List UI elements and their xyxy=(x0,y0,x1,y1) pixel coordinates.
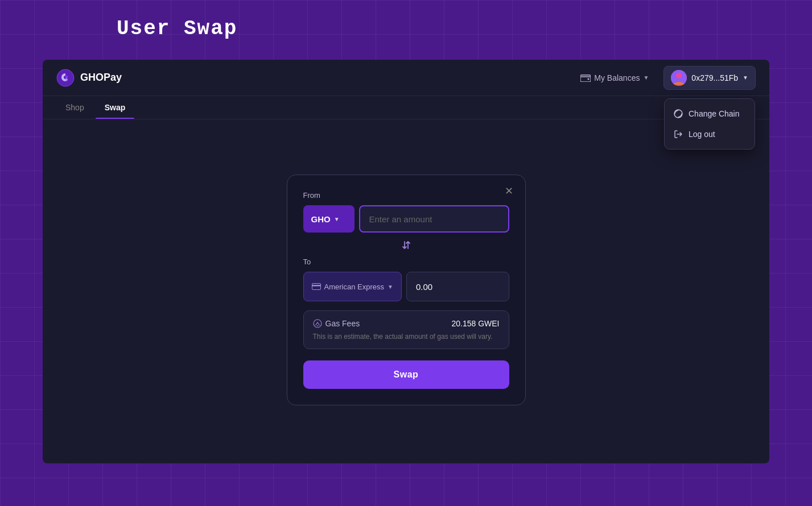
to-amount-value: 0.00 xyxy=(416,282,432,292)
swap-card: ✕ From GHO ▼ xyxy=(287,175,526,405)
from-label: From xyxy=(303,191,509,200)
from-row: GHO ▼ xyxy=(303,205,509,233)
logo-area: GHOPay xyxy=(56,69,122,87)
logout-item[interactable]: Log out xyxy=(665,124,755,144)
swap-button[interactable]: Swap xyxy=(303,360,509,389)
wallet-icon xyxy=(580,74,591,82)
ghopay-logo-icon xyxy=(56,69,75,87)
svg-point-2 xyxy=(588,78,590,80)
nav-tabs: Shop Swap xyxy=(43,96,769,119)
wallet-address-button[interactable]: 0x279...51Fb ▼ Change Chain xyxy=(663,66,756,90)
change-chain-label: Change Chain xyxy=(689,109,740,118)
gas-fees-label: Gas Fees xyxy=(325,319,360,328)
tab-shop[interactable]: Shop xyxy=(56,96,93,119)
svg-rect-6 xyxy=(312,284,320,290)
logo-text: GHOPay xyxy=(80,72,122,84)
token-name: GHO xyxy=(311,214,331,224)
wallet-dropdown-menu: Change Chain Log out xyxy=(664,98,755,150)
svg-point-5 xyxy=(674,110,682,118)
svg-rect-7 xyxy=(312,285,321,287)
token-chevron-icon: ▼ xyxy=(334,216,340,222)
payment-method-label: American Express xyxy=(324,283,384,291)
gas-row: Gas Fees 20.158 GWEI xyxy=(313,319,500,328)
card-icon xyxy=(312,283,321,290)
swap-arrows-icon xyxy=(401,239,412,251)
chain-icon xyxy=(674,109,683,118)
wallet-address-text: 0x279...51Fb xyxy=(691,73,738,82)
svg-point-4 xyxy=(676,73,682,78)
nav-right: My Balances ▼ 0x279...51Fb ▼ xyxy=(575,66,756,90)
svg-rect-1 xyxy=(580,75,591,82)
gas-value: 20.158 GWEI xyxy=(451,319,499,328)
swap-direction-toggle[interactable] xyxy=(303,233,509,258)
page-title: User Swap xyxy=(117,17,237,40)
avatar-image xyxy=(671,70,687,86)
to-label: To xyxy=(303,258,509,266)
token-select-button[interactable]: GHO ▼ xyxy=(303,205,355,233)
to-section: To American Express ▼ 0.00 xyxy=(303,258,509,301)
payment-method-select[interactable]: American Express ▼ xyxy=(303,272,402,301)
tab-swap[interactable]: Swap xyxy=(96,96,135,119)
to-amount-display: 0.00 xyxy=(406,272,509,301)
my-balances-button[interactable]: My Balances ▼ xyxy=(575,70,654,86)
logout-label: Log out xyxy=(689,130,715,139)
change-chain-item[interactable]: Change Chain xyxy=(665,103,755,124)
logout-icon xyxy=(674,130,683,139)
wallet-avatar xyxy=(671,70,687,86)
from-section: From GHO ▼ xyxy=(303,191,509,233)
gas-estimate-note: This is an estimate, the actual amount o… xyxy=(313,333,500,341)
balances-chevron-icon: ▼ xyxy=(643,74,649,81)
gas-icon xyxy=(313,319,322,328)
to-row: American Express ▼ 0.00 xyxy=(303,272,509,301)
payment-chevron-icon: ▼ xyxy=(388,284,393,290)
main-content: ✕ From GHO ▼ xyxy=(43,119,769,461)
close-button[interactable]: ✕ xyxy=(502,184,516,198)
my-balances-label: My Balances xyxy=(594,73,640,82)
svg-point-9 xyxy=(317,325,318,326)
navbar: GHOPay My Balances ▼ xyxy=(43,60,769,96)
gas-fees-section: Gas Fees 20.158 GWEI This is an estimate… xyxy=(303,310,509,349)
wallet-chevron-icon: ▼ xyxy=(743,74,748,81)
app-container: GHOPay My Balances ▼ xyxy=(43,60,769,463)
amount-input[interactable] xyxy=(359,205,509,233)
gas-label: Gas Fees xyxy=(313,319,360,328)
